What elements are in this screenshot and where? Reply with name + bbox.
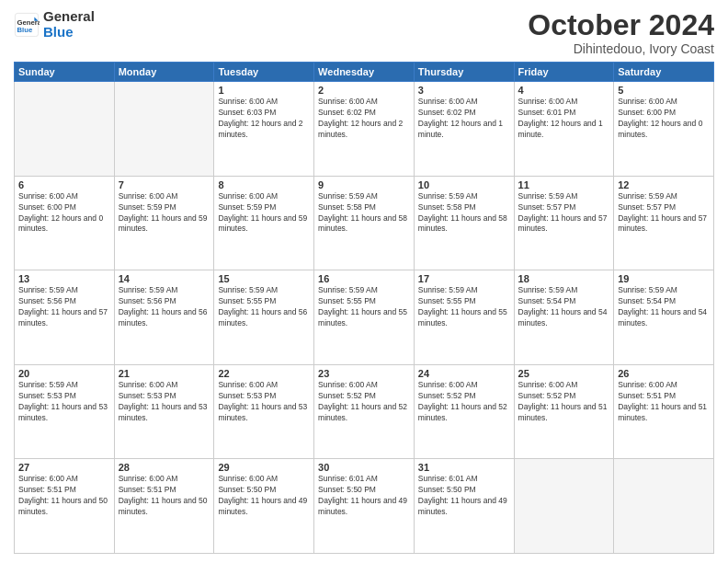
- weekday-header-wednesday: Wednesday: [314, 63, 415, 82]
- day-info: Sunrise: 6:01 AMSunset: 5:50 PMDaylight:…: [318, 474, 410, 518]
- day-number: 18: [518, 273, 610, 284]
- day-number: 9: [318, 179, 410, 190]
- day-number: 8: [218, 179, 310, 190]
- day-number: 28: [119, 462, 210, 473]
- day-info: Sunrise: 6:00 AMSunset: 5:51 PMDaylight:…: [18, 474, 110, 518]
- day-number: 27: [18, 462, 110, 473]
- day-number: 21: [119, 368, 210, 379]
- calendar-cell: 6 Sunrise: 6:00 AMSunset: 6:00 PMDayligh…: [15, 176, 115, 270]
- day-info: Sunrise: 6:00 AMSunset: 6:01 PMDaylight:…: [518, 97, 610, 141]
- weekday-header-saturday: Saturday: [614, 63, 714, 82]
- day-number: 25: [518, 368, 610, 379]
- day-number: 4: [518, 85, 610, 96]
- calendar-cell: 2 Sunrise: 6:00 AMSunset: 6:02 PMDayligh…: [314, 82, 415, 177]
- day-info: Sunrise: 5:59 AMSunset: 5:54 PMDaylight:…: [618, 285, 710, 329]
- calendar-cell: 14 Sunrise: 5:59 AMSunset: 5:56 PMDaylig…: [114, 270, 214, 365]
- calendar-cell: [15, 82, 115, 177]
- calendar-cell: 15 Sunrise: 5:59 AMSunset: 5:55 PMDaylig…: [214, 270, 314, 365]
- logo: General Blue General Blue: [14, 9, 95, 40]
- day-info: Sunrise: 6:00 AMSunset: 6:00 PMDaylight:…: [618, 97, 710, 141]
- day-info: Sunrise: 6:00 AMSunset: 6:03 PMDaylight:…: [218, 97, 310, 141]
- calendar-cell: 9 Sunrise: 5:59 AMSunset: 5:58 PMDayligh…: [314, 176, 415, 270]
- day-info: Sunrise: 5:59 AMSunset: 5:58 PMDaylight:…: [318, 191, 410, 236]
- logo-text: General Blue: [43, 9, 95, 40]
- day-number: 14: [119, 273, 210, 284]
- title-block: October 2024 Dihintedouo, Ivory Coast: [528, 9, 714, 56]
- day-number: 26: [618, 368, 710, 379]
- calendar-cell: 26 Sunrise: 6:00 AMSunset: 5:51 PMDaylig…: [614, 364, 714, 459]
- calendar-cell: 28 Sunrise: 6:00 AMSunset: 5:51 PMDaylig…: [114, 459, 214, 554]
- day-number: 20: [18, 368, 110, 379]
- logo-icon: General Blue: [14, 12, 40, 38]
- calendar-cell: 13 Sunrise: 5:59 AMSunset: 5:56 PMDaylig…: [15, 270, 115, 365]
- weekday-header-friday: Friday: [514, 63, 614, 82]
- day-number: 10: [418, 179, 510, 190]
- calendar-body: 1 Sunrise: 6:00 AMSunset: 6:03 PMDayligh…: [15, 82, 714, 554]
- day-number: 31: [418, 462, 510, 473]
- week-row-4: 27 Sunrise: 6:00 AMSunset: 5:51 PMDaylig…: [15, 459, 714, 554]
- day-number: 7: [119, 179, 210, 190]
- day-info: Sunrise: 5:59 AMSunset: 5:58 PMDaylight:…: [418, 191, 510, 236]
- calendar-cell: 3 Sunrise: 6:00 AMSunset: 6:02 PMDayligh…: [414, 82, 514, 177]
- calendar-cell: 10 Sunrise: 5:59 AMSunset: 5:58 PMDaylig…: [414, 176, 514, 270]
- calendar-cell: 29 Sunrise: 6:00 AMSunset: 5:50 PMDaylig…: [214, 459, 314, 554]
- calendar-cell: 19 Sunrise: 5:59 AMSunset: 5:54 PMDaylig…: [614, 270, 714, 365]
- weekday-header-tuesday: Tuesday: [214, 63, 314, 82]
- weekday-header-thursday: Thursday: [414, 63, 514, 82]
- calendar-cell: 12 Sunrise: 5:59 AMSunset: 5:57 PMDaylig…: [614, 176, 714, 270]
- weekday-header-sunday: Sunday: [15, 63, 115, 82]
- calendar-cell: 20 Sunrise: 5:59 AMSunset: 5:53 PMDaylig…: [15, 364, 115, 459]
- day-info: Sunrise: 5:59 AMSunset: 5:55 PMDaylight:…: [418, 285, 510, 329]
- calendar-cell: 18 Sunrise: 5:59 AMSunset: 5:54 PMDaylig…: [514, 270, 614, 365]
- calendar-cell: 30 Sunrise: 6:01 AMSunset: 5:50 PMDaylig…: [314, 459, 415, 554]
- calendar-cell: 21 Sunrise: 6:00 AMSunset: 5:53 PMDaylig…: [114, 364, 214, 459]
- day-number: 23: [318, 368, 410, 379]
- week-row-2: 13 Sunrise: 5:59 AMSunset: 5:56 PMDaylig…: [15, 270, 714, 365]
- weekday-header-row: SundayMondayTuesdayWednesdayThursdayFrid…: [15, 63, 714, 82]
- day-info: Sunrise: 6:00 AMSunset: 5:53 PMDaylight:…: [218, 380, 310, 424]
- day-info: Sunrise: 6:00 AMSunset: 6:02 PMDaylight:…: [318, 97, 410, 141]
- day-number: 16: [318, 273, 410, 284]
- page: General Blue General Blue October 2024 D…: [0, 0, 728, 563]
- day-info: Sunrise: 6:00 AMSunset: 5:51 PMDaylight:…: [119, 474, 210, 518]
- day-number: 2: [318, 85, 410, 96]
- day-number: 12: [618, 179, 710, 190]
- calendar-cell: 7 Sunrise: 6:00 AMSunset: 5:59 PMDayligh…: [114, 176, 214, 270]
- header: General Blue General Blue October 2024 D…: [14, 9, 714, 56]
- week-row-3: 20 Sunrise: 5:59 AMSunset: 5:53 PMDaylig…: [15, 364, 714, 459]
- calendar-cell: 23 Sunrise: 6:00 AMSunset: 5:52 PMDaylig…: [314, 364, 415, 459]
- day-number: 24: [418, 368, 510, 379]
- day-info: Sunrise: 5:59 AMSunset: 5:55 PMDaylight:…: [318, 285, 410, 329]
- calendar-cell: 31 Sunrise: 6:01 AMSunset: 5:50 PMDaylig…: [414, 459, 514, 554]
- day-info: Sunrise: 5:59 AMSunset: 5:55 PMDaylight:…: [218, 285, 310, 329]
- calendar-cell: 11 Sunrise: 5:59 AMSunset: 5:57 PMDaylig…: [514, 176, 614, 270]
- day-number: 5: [618, 85, 710, 96]
- calendar-cell: [514, 459, 614, 554]
- calendar-cell: 5 Sunrise: 6:00 AMSunset: 6:00 PMDayligh…: [614, 82, 714, 177]
- calendar-cell: [614, 459, 714, 554]
- day-info: Sunrise: 6:00 AMSunset: 5:52 PMDaylight:…: [518, 380, 610, 424]
- calendar-cell: 4 Sunrise: 6:00 AMSunset: 6:01 PMDayligh…: [514, 82, 614, 177]
- day-number: 15: [218, 273, 310, 284]
- day-info: Sunrise: 6:00 AMSunset: 6:00 PMDaylight:…: [18, 191, 110, 236]
- day-number: 11: [518, 179, 610, 190]
- day-info: Sunrise: 6:00 AMSunset: 5:51 PMDaylight:…: [618, 380, 710, 424]
- day-number: 3: [418, 85, 510, 96]
- calendar-table: SundayMondayTuesdayWednesdayThursdayFrid…: [14, 62, 714, 554]
- day-info: Sunrise: 6:01 AMSunset: 5:50 PMDaylight:…: [418, 474, 510, 518]
- calendar-cell: 17 Sunrise: 5:59 AMSunset: 5:55 PMDaylig…: [414, 270, 514, 365]
- day-info: Sunrise: 5:59 AMSunset: 5:57 PMDaylight:…: [618, 191, 710, 236]
- svg-text:Blue: Blue: [17, 26, 33, 34]
- calendar-cell: 16 Sunrise: 5:59 AMSunset: 5:55 PMDaylig…: [314, 270, 415, 365]
- calendar-cell: 27 Sunrise: 6:00 AMSunset: 5:51 PMDaylig…: [15, 459, 115, 554]
- day-number: 19: [618, 273, 710, 284]
- weekday-header-monday: Monday: [114, 63, 214, 82]
- day-info: Sunrise: 6:00 AMSunset: 5:52 PMDaylight:…: [318, 380, 410, 424]
- day-info: Sunrise: 6:00 AMSunset: 6:02 PMDaylight:…: [418, 97, 510, 141]
- day-info: Sunrise: 5:59 AMSunset: 5:57 PMDaylight:…: [518, 191, 610, 236]
- day-info: Sunrise: 6:00 AMSunset: 5:50 PMDaylight:…: [218, 474, 310, 518]
- calendar-header: SundayMondayTuesdayWednesdayThursdayFrid…: [15, 63, 714, 82]
- day-number: 17: [418, 273, 510, 284]
- calendar-cell: [114, 82, 214, 177]
- day-info: Sunrise: 6:00 AMSunset: 5:53 PMDaylight:…: [119, 380, 210, 424]
